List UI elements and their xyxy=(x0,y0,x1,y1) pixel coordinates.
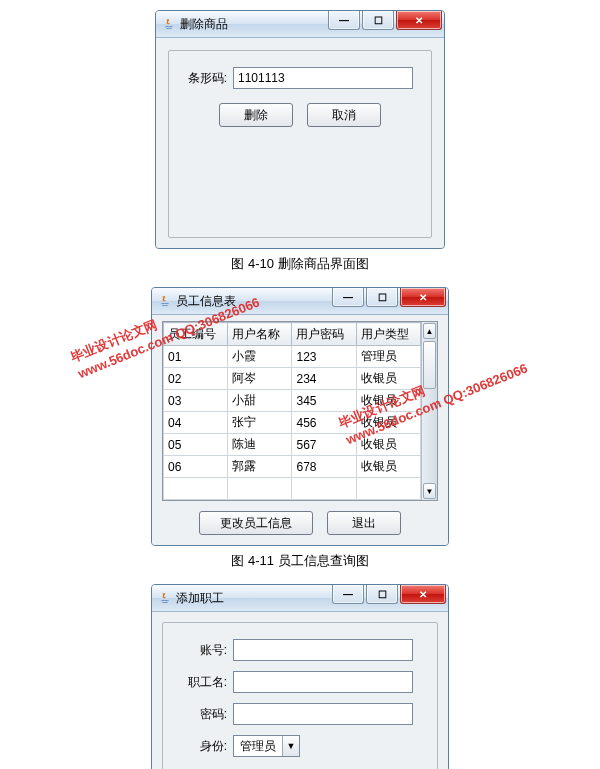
maximize-icon: ☐ xyxy=(374,15,383,26)
titlebar[interactable]: 添加职工 — ☐ ✕ xyxy=(152,585,448,612)
exit-button-label: 退出 xyxy=(352,515,376,532)
window-title: 删除商品 xyxy=(180,16,228,33)
col-name[interactable]: 用户名称 xyxy=(228,323,292,346)
minimize-icon: — xyxy=(343,292,353,303)
window-employee-list: 员工信息表 — ☐ ✕ 员工编号 用户名称 用户密码 用户类型 xyxy=(151,287,449,546)
table-row[interactable]: 01小霞123管理员 xyxy=(164,346,421,368)
employee-table-container: 员工编号 用户名称 用户密码 用户类型 01小霞123管理员 02阿岑234收银… xyxy=(162,321,438,501)
cell-pwd xyxy=(292,478,356,500)
scroll-thumb[interactable] xyxy=(423,341,436,389)
cell-type: 收银员 xyxy=(356,434,420,456)
role-select[interactable]: 管理员 ▼ xyxy=(233,735,300,757)
barcode-input[interactable] xyxy=(233,67,413,89)
modify-employee-button[interactable]: 更改员工信息 xyxy=(199,511,313,535)
cell-pwd: 123 xyxy=(292,346,356,368)
barcode-label: 条形码: xyxy=(175,70,227,87)
header-row: 员工编号 用户名称 用户密码 用户类型 xyxy=(164,323,421,346)
cell-pwd: 567 xyxy=(292,434,356,456)
cell-name: 陈迪 xyxy=(228,434,292,456)
cell-pwd: 345 xyxy=(292,390,356,412)
window-title: 添加职工 xyxy=(176,590,224,607)
name-label: 职工名: xyxy=(175,674,227,691)
table-row[interactable]: 05陈迪567收银员 xyxy=(164,434,421,456)
cell-type: 管理员 xyxy=(356,346,420,368)
cell-id: 06 xyxy=(164,456,228,478)
account-label: 账号: xyxy=(175,642,227,659)
java-icon xyxy=(162,17,176,31)
password-input[interactable] xyxy=(233,703,413,725)
cell-id: 02 xyxy=(164,368,228,390)
col-id[interactable]: 员工编号 xyxy=(164,323,228,346)
close-icon: ✕ xyxy=(419,292,427,303)
maximize-button[interactable]: ☐ xyxy=(366,288,398,307)
maximize-icon: ☐ xyxy=(378,589,387,600)
close-icon: ✕ xyxy=(415,15,423,26)
cell-name: 小霞 xyxy=(228,346,292,368)
minimize-button[interactable]: — xyxy=(328,11,360,30)
figure-caption-2: 图 4-11 员工信息查询图 xyxy=(0,552,600,570)
role-label: 身份: xyxy=(175,738,227,755)
titlebar[interactable]: 删除商品 — ☐ ✕ xyxy=(156,11,444,38)
table-row[interactable] xyxy=(164,478,421,500)
col-pwd[interactable]: 用户密码 xyxy=(292,323,356,346)
cell-type: 收银员 xyxy=(356,456,420,478)
minimize-icon: — xyxy=(339,15,349,26)
cell-id: 04 xyxy=(164,412,228,434)
maximize-button[interactable]: ☐ xyxy=(362,11,394,30)
chevron-down-icon: ▼ xyxy=(287,741,296,751)
cell-pwd: 456 xyxy=(292,412,356,434)
table-row[interactable]: 06郭露678收银员 xyxy=(164,456,421,478)
minimize-button[interactable]: — xyxy=(332,585,364,604)
name-input[interactable] xyxy=(233,671,413,693)
close-button[interactable]: ✕ xyxy=(396,11,442,30)
java-icon xyxy=(158,294,172,308)
password-label: 密码: xyxy=(175,706,227,723)
maximize-icon: ☐ xyxy=(378,292,387,303)
modify-employee-label: 更改员工信息 xyxy=(220,515,292,532)
table-row[interactable]: 02阿岑234收银员 xyxy=(164,368,421,390)
delete-button[interactable]: 删除 xyxy=(219,103,293,127)
role-value: 管理员 xyxy=(234,738,282,755)
minimize-button[interactable]: — xyxy=(332,288,364,307)
table-row[interactable]: 03小甜345收银员 xyxy=(164,390,421,412)
window-delete-product: 删除商品 — ☐ ✕ 条形码: 删除 取消 xyxy=(155,10,445,249)
cell-id xyxy=(164,478,228,500)
cell-type: 收银员 xyxy=(356,368,420,390)
scroll-down-button[interactable]: ▼ xyxy=(423,483,436,499)
cell-name xyxy=(228,478,292,500)
window-add-employee: 添加职工 — ☐ ✕ 账号: 职工名: 密码: 身份: 管理员 ▼ xyxy=(151,584,449,769)
account-input[interactable] xyxy=(233,639,413,661)
minimize-icon: — xyxy=(343,589,353,600)
close-icon: ✕ xyxy=(419,589,427,600)
cancel-button-label: 取消 xyxy=(332,107,356,124)
cell-name: 郭露 xyxy=(228,456,292,478)
chevron-down-icon: ▼ xyxy=(426,487,434,496)
exit-button[interactable]: 退出 xyxy=(327,511,401,535)
cell-name: 张宁 xyxy=(228,412,292,434)
cell-name: 小甜 xyxy=(228,390,292,412)
scroll-up-button[interactable]: ▲ xyxy=(423,323,436,339)
table-row[interactable]: 04张宁456收银员 xyxy=(164,412,421,434)
close-button[interactable]: ✕ xyxy=(400,585,446,604)
cell-pwd: 234 xyxy=(292,368,356,390)
cell-type: 收银员 xyxy=(356,412,420,434)
cell-type xyxy=(356,478,420,500)
vertical-scrollbar[interactable]: ▲ ▼ xyxy=(421,322,437,500)
dropdown-button[interactable]: ▼ xyxy=(282,736,299,756)
col-type[interactable]: 用户类型 xyxy=(356,323,420,346)
titlebar[interactable]: 员工信息表 — ☐ ✕ xyxy=(152,288,448,315)
figure-caption-1: 图 4-10 删除商品界面图 xyxy=(0,255,600,273)
cell-id: 01 xyxy=(164,346,228,368)
window-title: 员工信息表 xyxy=(176,293,236,310)
java-icon xyxy=(158,591,172,605)
close-button[interactable]: ✕ xyxy=(400,288,446,307)
maximize-button[interactable]: ☐ xyxy=(366,585,398,604)
cell-type: 收银员 xyxy=(356,390,420,412)
cancel-button[interactable]: 取消 xyxy=(307,103,381,127)
cell-pwd: 678 xyxy=(292,456,356,478)
scroll-track[interactable] xyxy=(422,340,437,482)
delete-button-label: 删除 xyxy=(244,107,268,124)
cell-id: 05 xyxy=(164,434,228,456)
chevron-up-icon: ▲ xyxy=(426,327,434,336)
employee-table[interactable]: 员工编号 用户名称 用户密码 用户类型 01小霞123管理员 02阿岑234收银… xyxy=(163,322,421,500)
